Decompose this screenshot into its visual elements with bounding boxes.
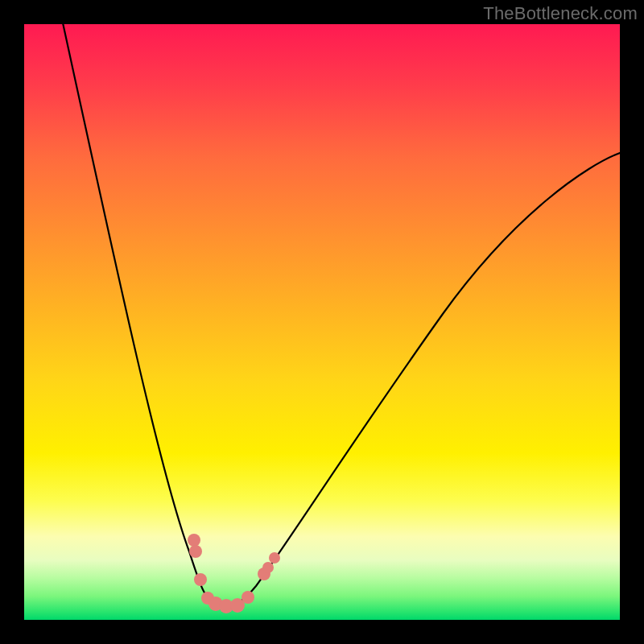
curve-marker (269, 552, 280, 564)
watermark-text: TheBottleneck.com (483, 3, 638, 24)
chart-area (24, 24, 620, 620)
curve-marker (242, 591, 254, 604)
curve-markers (188, 534, 280, 613)
bottleneck-curve (60, 24, 620, 607)
curve-marker (194, 573, 207, 586)
curve-marker (262, 562, 274, 573)
chart-svg (24, 24, 620, 620)
curve-marker (189, 545, 202, 558)
curve-marker (188, 534, 200, 547)
